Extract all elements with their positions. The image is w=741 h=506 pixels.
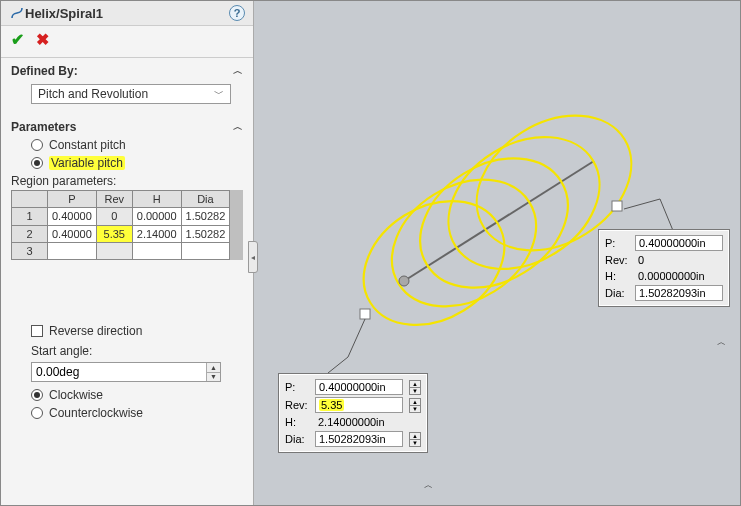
- callout-rev-value: 0: [635, 253, 723, 267]
- counterclockwise-label: Counterclockwise: [49, 406, 143, 420]
- start-angle-input[interactable]: ▲ ▼: [31, 362, 221, 382]
- reverse-direction-label: Reverse direction: [49, 324, 142, 338]
- callout-h-value: 0.00000000in: [635, 269, 723, 283]
- table-row[interactable]: 3: [12, 242, 230, 259]
- callout-p-value[interactable]: 0.40000000in: [635, 235, 723, 251]
- reverse-direction-checkbox[interactable]: Reverse direction: [1, 320, 253, 342]
- callout-dia-input[interactable]: 1.50282093in: [315, 431, 403, 447]
- clockwise-option[interactable]: Clockwise: [1, 386, 253, 404]
- chevron-up-icon[interactable]: ︿: [424, 479, 433, 492]
- ok-button[interactable]: ✔: [11, 30, 24, 49]
- callout-start-point: P:0.40000000in Rev:0 H:0.00000000in Dia:…: [598, 229, 730, 307]
- start-angle-label: Start angle:: [1, 342, 253, 360]
- chevron-up-icon[interactable]: ︿: [717, 336, 726, 349]
- region-parameters-label: Region parameters:: [1, 172, 253, 190]
- defined-by-label: Defined By:: [11, 64, 78, 78]
- clockwise-label: Clockwise: [49, 388, 103, 402]
- help-icon[interactable]: ?: [229, 5, 245, 21]
- graphics-viewport[interactable]: ◂ P:0.40000000in Rev:0 H:0.00000000in Di…: [254, 1, 740, 505]
- spin-down-icon[interactable]: ▼: [409, 405, 421, 413]
- spin-down-icon[interactable]: ▼: [409, 439, 421, 447]
- parameters-label: Parameters: [11, 120, 76, 134]
- constant-pitch-option[interactable]: Constant pitch: [1, 136, 253, 154]
- callout-dia-value[interactable]: 1.50282093in: [635, 285, 723, 301]
- helix-feature-icon: [9, 5, 25, 21]
- defined-by-value: Pitch and Revolution: [38, 87, 148, 101]
- col-h: H: [132, 191, 181, 208]
- start-angle-field[interactable]: [32, 363, 206, 381]
- constant-pitch-label: Constant pitch: [49, 138, 126, 152]
- property-panel: Helix/Spiral1 ? ✔ ✖ Defined By: ︿ Pitch …: [1, 1, 254, 505]
- radio-icon: [31, 139, 43, 151]
- radio-checked-icon: [31, 157, 43, 169]
- spin-down-icon[interactable]: ▼: [409, 387, 421, 395]
- table-row[interactable]: 2 0.40000 5.35 2.14000 1.50282: [12, 225, 230, 242]
- table-empty-area: [230, 190, 243, 260]
- chevron-up-icon: ︿: [233, 64, 243, 78]
- callout-p-input[interactable]: 0.40000000in: [315, 379, 403, 395]
- radio-checked-icon: [31, 389, 43, 401]
- variable-pitch-label: Variable pitch: [49, 156, 125, 170]
- spin-down-icon[interactable]: ▼: [207, 373, 220, 382]
- chevron-down-icon: ﹀: [214, 87, 224, 101]
- callout-rev-input[interactable]: 5.35: [315, 397, 403, 413]
- defined-by-header[interactable]: Defined By: ︿: [1, 58, 253, 80]
- spin-up-icon[interactable]: ▲: [207, 363, 220, 373]
- defined-by-select[interactable]: Pitch and Revolution ﹀: [31, 84, 231, 104]
- table-row[interactable]: 1 0.40000 0 0.00000 1.50282: [12, 208, 230, 225]
- region-parameters-table[interactable]: P Rev H Dia 1 0.40000 0 0.00000 1.50282 …: [11, 190, 230, 260]
- col-p: P: [48, 191, 97, 208]
- col-rev: Rev: [96, 191, 132, 208]
- parameters-header[interactable]: Parameters ︿: [1, 114, 253, 136]
- cancel-button[interactable]: ✖: [36, 30, 49, 49]
- panel-title: Helix/Spiral1: [25, 6, 229, 21]
- chevron-up-icon: ︿: [233, 120, 243, 134]
- variable-pitch-option[interactable]: Variable pitch: [1, 154, 253, 172]
- counterclockwise-option[interactable]: Counterclockwise: [1, 404, 253, 422]
- checkbox-icon: [31, 325, 43, 337]
- radio-icon: [31, 407, 43, 419]
- callout-h-value: 2.14000000in: [315, 415, 403, 429]
- callout-end-point: P: 0.40000000in ▲▼ Rev: 5.35 ▲▼ H:2.1400…: [278, 373, 428, 453]
- col-dia: Dia: [181, 191, 230, 208]
